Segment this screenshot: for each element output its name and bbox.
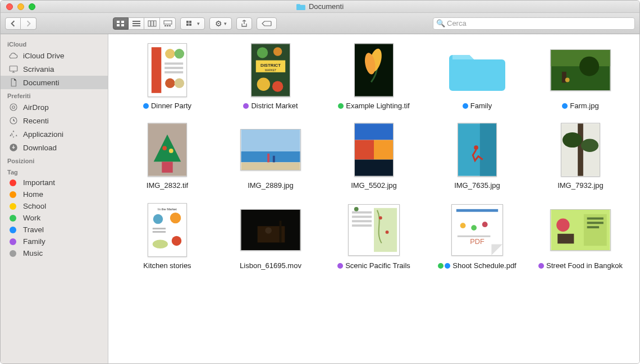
file-name-label: IMG_7635.jpg (454, 181, 500, 190)
svg-point-79 (265, 227, 272, 234)
svg-rect-14 (186, 21, 189, 23)
arrange-button[interactable]: ▾ (180, 17, 205, 30)
svg-rect-13 (169, 25, 171, 26)
file-item[interactable]: Lisbon_61695.mov (222, 202, 319, 270)
svg-point-94 (482, 222, 488, 227)
file-item[interactable]: DISTRICTMARKETDistrict Market (222, 42, 319, 110)
svg-rect-59 (355, 140, 374, 160)
svg-rect-69 (148, 204, 186, 256)
column-view-button[interactable] (144, 17, 160, 30)
search-field[interactable]: 🔍 (433, 17, 635, 30)
file-name-label: Family (470, 102, 492, 110)
sidebar-item-home[interactable]: Home (1, 188, 108, 200)
sidebar-item-icloud-drive[interactable]: iCloud Drive (1, 49, 108, 62)
search-input[interactable] (433, 17, 635, 30)
cloud-icon (8, 50, 19, 61)
tag-dot-icon (10, 179, 16, 186)
gallery-view-button[interactable] (160, 17, 176, 30)
icon-view-button[interactable] (113, 17, 129, 30)
forward-button[interactable] (21, 17, 36, 30)
action-button[interactable]: ⚙▾ (209, 17, 232, 30)
svg-rect-73 (153, 228, 166, 229)
svg-rect-29 (164, 67, 183, 69)
share-icon (240, 20, 248, 27)
tag-dot-icon (562, 103, 568, 109)
svg-point-37 (257, 47, 268, 58)
svg-point-83 (379, 216, 382, 219)
sidebar-item-travel[interactable]: Travel (1, 224, 108, 236)
file-thumbnail: In the Market (134, 202, 201, 258)
file-item[interactable]: Dinner Party (118, 42, 216, 110)
svg-rect-56 (267, 154, 269, 163)
file-thumbnail (547, 122, 614, 178)
svg-point-99 (556, 218, 569, 231)
svg-rect-1 (121, 21, 124, 23)
sidebar-item-music[interactable]: Music (1, 247, 108, 259)
sidebar-item-family[interactable]: Family (1, 236, 108, 247)
fullscreen-window-button[interactable] (29, 3, 35, 10)
file-name-label: Lisbon_61695.mov (240, 261, 301, 270)
window-controls (1, 3, 35, 10)
tag-dot-icon (10, 191, 16, 198)
tag-dot-icon (10, 215, 16, 222)
sidebar-item-download[interactable]: Download (1, 141, 108, 154)
sidebar-item-recenti[interactable]: Recenti (1, 114, 108, 127)
sidebar-item-documenti[interactable]: Documenti (1, 76, 108, 89)
file-thumbnail (134, 122, 201, 178)
minimize-window-button[interactable] (17, 3, 24, 10)
svg-rect-16 (186, 24, 189, 26)
tags-button[interactable] (257, 17, 277, 30)
sidebar-item-applicazioni[interactable]: AApplicazioni (1, 127, 108, 141)
file-item[interactable]: IMG_5502.jpg (325, 122, 423, 190)
tag-dot-icon (337, 263, 343, 269)
sidebar-item-label: iCloud Drive (23, 52, 65, 60)
file-name-label: Example Lighting.tif (346, 102, 409, 110)
svg-text:A: A (11, 132, 13, 136)
svg-point-76 (172, 236, 181, 245)
svg-point-46 (579, 57, 599, 76)
svg-point-40 (272, 81, 283, 91)
sidebar-item-airdrop[interactable]: AirDrop (1, 100, 108, 114)
file-item[interactable]: Farm.jpg (532, 42, 629, 110)
sidebar-item-school[interactable]: School (1, 200, 108, 212)
content-area[interactable]: Dinner PartyDISTRICTMARKETDistrict Marke… (108, 34, 639, 363)
file-item[interactable]: Scenic Pacific Trails (325, 202, 423, 270)
file-item[interactable]: IMG_2832.tif (118, 122, 216, 190)
sidebar-item-label: Music (23, 249, 43, 257)
svg-point-71 (153, 214, 163, 223)
file-tags (562, 102, 568, 109)
file-item[interactable]: Street Food in Bangkok (532, 202, 629, 270)
file-thumbnail (340, 202, 408, 258)
toolbar: ▾ ⚙▾ 🔍 (1, 13, 639, 34)
close-window-button[interactable] (6, 3, 13, 10)
svg-rect-57 (273, 156, 275, 163)
file-tags (438, 261, 450, 269)
sidebar-item-important[interactable]: Important (1, 177, 108, 188)
file-item[interactable]: Example Lighting.tif (325, 42, 423, 110)
file-item[interactable]: IMG_7932.jpg (532, 122, 629, 190)
svg-text:MARKET: MARKET (265, 69, 276, 72)
file-item[interactable]: IMG_7635.jpg (428, 122, 526, 190)
file-item[interactable]: In the MarketKitchen stories (118, 202, 216, 270)
apps-icon: A (8, 129, 19, 139)
back-button[interactable] (5, 17, 21, 30)
file-tags (143, 102, 149, 109)
file-tags (538, 261, 544, 269)
file-tags (338, 102, 344, 109)
sidebar-item-work[interactable]: Work (1, 212, 108, 224)
svg-point-26 (165, 49, 175, 58)
svg-rect-100 (557, 233, 574, 243)
window-title: Documenti (296, 2, 344, 11)
svg-point-84 (386, 230, 389, 233)
file-item[interactable]: IMG_2889.jpg (222, 122, 319, 190)
svg-text:In the Market: In the Market (158, 208, 177, 211)
svg-point-93 (471, 225, 477, 231)
tag-dot-icon (143, 103, 149, 109)
file-item[interactable]: Family (428, 42, 526, 110)
sidebar-item-scrivania[interactable]: Scrivania (1, 62, 108, 76)
sidebar-item-label: Documenti (23, 79, 60, 87)
svg-rect-11 (164, 25, 166, 26)
list-view-button[interactable] (129, 17, 144, 30)
share-button[interactable] (236, 17, 252, 30)
file-item[interactable]: PDFShoot Schedule.pdf (428, 202, 526, 270)
